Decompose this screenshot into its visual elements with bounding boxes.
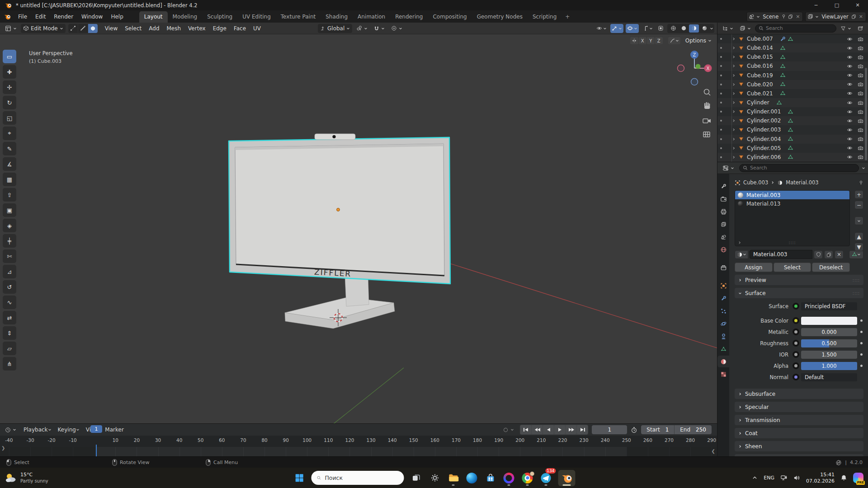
chevron-right-icon[interactable] [738, 241, 741, 244]
tool-extrude-region[interactable]: ⇧ [3, 188, 16, 202]
menu-edit[interactable]: Edit [31, 10, 50, 23]
tool-bevel[interactable]: ◈ [3, 219, 16, 232]
outliner-display-mode[interactable] [720, 24, 736, 33]
properties-tab-view-layer[interactable] [717, 218, 729, 230]
unlink-material-button[interactable]: × [835, 250, 844, 259]
tab-animation[interactable]: Animation [353, 11, 390, 23]
material-slot[interactable]: Material.003 [735, 191, 849, 199]
tray-overflow-icon[interactable] [752, 475, 758, 481]
panel-specular[interactable]: Specular [735, 402, 863, 412]
expand-chevron-icon[interactable] [732, 74, 736, 77]
region-toggle-icon[interactable]: ❮ [712, 449, 715, 454]
menu-file[interactable]: File [14, 10, 31, 23]
snap-widget[interactable] [668, 37, 681, 45]
tab-modeling[interactable]: Modeling [168, 11, 203, 23]
zoom-icon[interactable] [704, 89, 711, 96]
remove-viewlayer-icon[interactable]: × [858, 14, 864, 19]
properties-search-input[interactable] [750, 165, 855, 171]
disable-render-icon[interactable] [858, 118, 863, 124]
camera-view-icon[interactable] [703, 119, 711, 123]
gizmo-negx-ball[interactable] [678, 65, 684, 72]
tab-scripting[interactable]: Scripting [528, 11, 561, 23]
outliner-row[interactable]: Cube.015 [717, 52, 868, 61]
taskbar-search[interactable] [311, 471, 404, 485]
socket-decorator-icon[interactable] [793, 374, 799, 380]
timeline-ruler[interactable]: -40-30-20-101020304050607080901001101201… [0, 436, 717, 447]
scene-selector[interactable]: Scene × [746, 12, 803, 22]
outliner-row[interactable]: Cube.014 [717, 43, 868, 52]
properties-search[interactable] [739, 164, 859, 172]
gizmo-toggle[interactable] [610, 24, 623, 33]
viewport-menu-mesh[interactable]: Mesh [163, 25, 185, 32]
tool-rip-region[interactable]: ⋔ [3, 357, 16, 371]
disable-render-icon[interactable] [858, 45, 863, 51]
expand-chevron-icon[interactable] [732, 37, 736, 41]
visibility-dropdown[interactable] [595, 24, 608, 33]
viewport-menu-select[interactable]: Select [121, 25, 145, 32]
vertex-select-button[interactable] [68, 24, 78, 33]
editor-type-button[interactable] [3, 24, 19, 33]
minimize-button[interactable]: ─ [806, 0, 826, 10]
tool-poly-build[interactable]: ⊿ [3, 265, 16, 278]
disable-render-icon[interactable] [858, 63, 863, 69]
pan-hand-icon[interactable] [704, 102, 710, 109]
viewport-menu-uv[interactable]: UV [250, 25, 264, 32]
edge-browser-icon[interactable] [466, 470, 478, 486]
outliner-row[interactable]: Cube.021 [717, 89, 868, 98]
tool-move[interactable]: ✢ [3, 80, 16, 94]
socket-decorator-icon[interactable] [793, 317, 799, 324]
mirror-z-button[interactable]: Z [655, 37, 663, 44]
previous-keyframe-button[interactable] [532, 425, 542, 434]
notifications-icon[interactable] [840, 474, 847, 481]
viewport-menu-view[interactable]: View [101, 25, 121, 32]
proportional-editing-dropdown[interactable] [389, 24, 405, 33]
socket-decorator-icon[interactable] [793, 351, 799, 358]
menu-help[interactable]: Help [107, 10, 127, 23]
panel-coat[interactable]: Coat [735, 428, 863, 438]
new-material-button[interactable] [824, 250, 833, 259]
close-button[interactable]: ✕ [847, 0, 868, 10]
jump-to-end-button[interactable] [577, 425, 588, 434]
tool-shrink-fatten[interactable]: ⇕ [3, 326, 16, 340]
chevron-down-icon[interactable] [862, 166, 865, 170]
properties-tab-modifiers[interactable] [717, 292, 729, 304]
animate-dot-icon[interactable] [859, 353, 863, 356]
assign-button[interactable]: Assign [735, 263, 773, 272]
expand-chevron-icon[interactable] [732, 101, 736, 104]
tab-rendering[interactable]: Rendering [390, 11, 428, 23]
expand-chevron-icon[interactable] [732, 46, 736, 50]
gizmo-y-ball[interactable] [696, 64, 701, 69]
disable-render-icon[interactable] [858, 127, 863, 133]
start-frame-field[interactable]: Start1 [641, 425, 674, 434]
new-collection-button[interactable] [855, 24, 866, 33]
timeline-keyframe-area[interactable] [0, 447, 717, 457]
xray-toggle[interactable] [656, 24, 665, 33]
panel-sheen[interactable]: Sheen [735, 441, 863, 451]
socket-decorator-icon[interactable] [793, 303, 799, 310]
navigation-gizmo[interactable]: Z X [678, 51, 712, 85]
edge-select-button[interactable] [78, 24, 88, 33]
disable-render-icon[interactable] [858, 154, 863, 160]
shading-rendered[interactable] [699, 24, 709, 33]
properties-tab-collection[interactable] [717, 262, 729, 273]
pin-icon[interactable] [781, 14, 786, 19]
properties-tab-texture[interactable] [717, 368, 729, 380]
tool-scale[interactable]: ◱ [3, 111, 16, 125]
mode-dropdown[interactable]: Edit Mode [21, 24, 66, 33]
disable-render-icon[interactable] [858, 54, 863, 60]
end-frame-field[interactable]: End250 [674, 425, 712, 434]
disable-render-icon[interactable] [858, 100, 863, 106]
expand-chevron-icon[interactable] [732, 119, 736, 122]
property-slider[interactable]: 0.500 [801, 339, 857, 347]
link-mode-button[interactable] [849, 250, 863, 259]
add-workspace-button[interactable]: + [561, 11, 573, 23]
start-button[interactable] [293, 470, 306, 486]
current-frame-field[interactable]: 1 [592, 425, 627, 434]
tab-shading[interactable]: Shading [321, 11, 353, 23]
properties-tab-tool[interactable] [717, 180, 729, 192]
tool-select-box[interactable]: ▭ [3, 50, 16, 63]
region-toggle-icon[interactable]: ❯ [1, 446, 5, 450]
panel-transmission[interactable]: Transmission [735, 415, 863, 425]
disable-render-icon[interactable] [858, 36, 863, 42]
surface-panel-header[interactable]: Surface :::: [735, 288, 863, 298]
